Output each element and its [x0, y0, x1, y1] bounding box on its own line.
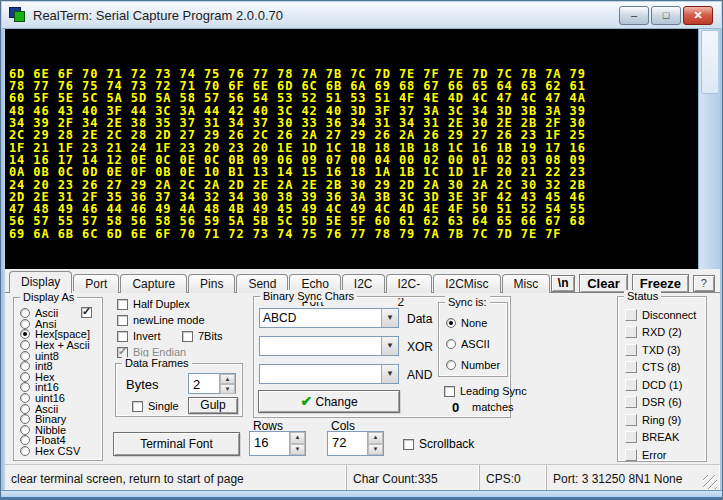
- scrollbar-thumb[interactable]: [701, 30, 719, 94]
- radio-icon: [20, 446, 30, 456]
- bytes-spinner[interactable]: 2 ▲▼: [188, 373, 236, 394]
- single-checkbox[interactable]: Single: [132, 400, 179, 412]
- cols-spinner[interactable]: 72 ▲▼: [327, 431, 384, 456]
- tab[interactable]: I2C-2: [386, 274, 433, 293]
- rows-spinner[interactable]: 16 ▲▼: [249, 431, 306, 456]
- data-frames-group: Data Frames Bytes 2 ▲▼ Single Gulp: [115, 363, 243, 417]
- spin-down-icon[interactable]: ▼: [368, 444, 383, 456]
- cols-value: 72: [328, 432, 367, 455]
- tab[interactable]: I2CMisc: [433, 274, 500, 293]
- sync-xor-dropdown[interactable]: ▼: [259, 336, 399, 356]
- app-icon: [9, 7, 27, 23]
- checkbox-icon: [182, 331, 193, 342]
- led-icon: [625, 396, 637, 408]
- sync-and-dropdown[interactable]: ▼: [259, 364, 399, 384]
- spin-down-icon[interactable]: ▼: [220, 384, 235, 394]
- tab[interactable]: Capture: [120, 274, 187, 293]
- checkbox-icon: [132, 401, 143, 412]
- chevron-down-icon[interactable]: ▼: [381, 337, 398, 355]
- radio-icon: [20, 308, 30, 318]
- data-frames-title: Data Frames: [122, 357, 192, 369]
- chevron-down-icon[interactable]: ▼: [381, 365, 398, 383]
- display-as-option[interactable]: Binary: [20, 414, 90, 425]
- clear-button[interactable]: Clear: [579, 274, 628, 293]
- close-button[interactable]: ✕: [683, 6, 713, 25]
- checkbox-icon: [117, 331, 128, 342]
- tab[interactable]: Pins: [188, 274, 235, 293]
- sync-and-label: AND: [407, 368, 432, 382]
- status-title: Status: [624, 290, 661, 302]
- spin-up-icon[interactable]: ▲: [290, 432, 305, 444]
- resize-grip[interactable]: [703, 475, 717, 489]
- matches-label: matches: [472, 401, 514, 413]
- tab[interactable]: Port: [73, 274, 119, 293]
- terminal-line: 69 6A 6B 6C 6D 6E 6F 70 71 72 73 74 75 7…: [9, 228, 698, 240]
- terminal-line: 2C 29 28 2E 2C 28 2D 27 29 26 2C 26 2A 2…: [9, 129, 698, 141]
- status-bar: clear terminal screen, return to start o…: [5, 464, 720, 492]
- led-icon: [625, 344, 637, 356]
- spin-down-icon[interactable]: ▼: [290, 444, 305, 456]
- scrollback-checkbox[interactable]: Scrollback: [403, 437, 474, 451]
- control-panel: DisplayPortCapturePinsSendEcho PortI2CI2…: [5, 269, 720, 492]
- rows-value: 16: [250, 432, 289, 455]
- display-as-option[interactable]: Hex CSV: [20, 446, 90, 457]
- radio-icon: [20, 351, 30, 361]
- tab[interactable]: Misc: [502, 274, 551, 293]
- radio-icon: [20, 382, 30, 392]
- sync-is-option[interactable]: Number: [446, 354, 500, 375]
- help-button[interactable]: ?: [693, 275, 715, 292]
- newline-mode-checkbox[interactable]: newLine mode: [117, 314, 205, 326]
- status-indicator[interactable]: DCD (1): [625, 376, 696, 394]
- statusbar-message: clear terminal screen, return to start o…: [5, 465, 347, 492]
- bytes-label: Bytes: [126, 377, 159, 392]
- display-as-option[interactable]: uint16: [20, 393, 90, 404]
- invert-checkbox[interactable]: Invert: [117, 330, 161, 342]
- radio-icon: [20, 425, 30, 435]
- newline-button[interactable]: \n: [551, 275, 575, 292]
- checkbox-icon: [117, 315, 128, 326]
- status-indicator[interactable]: DSR (6): [625, 394, 696, 412]
- display-as-option[interactable]: Hex + Ascii: [20, 340, 90, 351]
- display-as-option[interactable]: int8: [20, 361, 90, 372]
- radio-icon: [20, 372, 30, 382]
- maximize-button[interactable]: □: [651, 6, 681, 25]
- sync-is-group: Sync is: None ASCII: [438, 302, 508, 377]
- tab[interactable]: Display: [9, 271, 72, 293]
- display-as-option[interactable]: Ascii: [20, 308, 90, 319]
- sync-is-title: Sync is:: [445, 296, 490, 308]
- leading-sync-count: 0: [452, 400, 459, 415]
- sync-xor-label: XOR: [407, 340, 433, 354]
- terminal-scrollbar[interactable]: [698, 29, 720, 269]
- radio-icon: [20, 340, 30, 350]
- status-indicator[interactable]: BREAK: [625, 429, 696, 447]
- change-button[interactable]: ✔ Change: [258, 390, 400, 413]
- chevron-down-icon[interactable]: ▼: [381, 309, 398, 327]
- sync-is-option[interactable]: None: [446, 312, 500, 333]
- status-indicator[interactable]: RXD (2): [625, 324, 696, 342]
- spin-up-icon[interactable]: ▲: [368, 432, 383, 444]
- status-indicator[interactable]: Ring (9): [625, 411, 696, 429]
- half-duplex-checkbox[interactable]: Half Duplex: [117, 298, 190, 310]
- sync-data-label: Data: [407, 312, 432, 326]
- status-indicator[interactable]: Disconnect: [625, 306, 696, 324]
- terminal-line: 24 20 23 26 27 29 2A 2C 2A 2D 2E 2A 2E 2…: [9, 179, 698, 191]
- status-indicator[interactable]: CTS (8): [625, 359, 696, 377]
- checkbox-icon: [403, 439, 414, 450]
- leading-sync-checkbox[interactable]: Leading Sync: [444, 385, 527, 397]
- status-indicator[interactable]: TXD (3): [625, 341, 696, 359]
- title-bar: RealTerm: Serial Capture Program 2.0.0.7…: [2, 2, 721, 29]
- 7bits-checkbox[interactable]: 7Bits: [182, 330, 222, 342]
- binary-sync-title: Binary Sync Chars: [260, 290, 357, 302]
- sync-is-option[interactable]: ASCII: [446, 333, 500, 354]
- spin-up-icon[interactable]: ▲: [220, 374, 235, 384]
- checkbox-icon: [117, 347, 128, 358]
- status-indicator[interactable]: Error: [625, 446, 696, 464]
- terminal-display[interactable]: 6D 6E 6F 70 71 72 73 74 75 76 77 78 7A 7…: [5, 29, 698, 269]
- led-icon: [625, 309, 637, 321]
- display-as-option[interactable]: uint8: [20, 350, 90, 361]
- terminal-font-button[interactable]: Terminal Font: [113, 432, 240, 456]
- gulp-button[interactable]: Gulp: [188, 397, 238, 414]
- sync-data-dropdown[interactable]: ABCD ▼: [259, 308, 399, 328]
- minimize-button[interactable]: –: [619, 6, 649, 25]
- led-icon: [625, 361, 637, 373]
